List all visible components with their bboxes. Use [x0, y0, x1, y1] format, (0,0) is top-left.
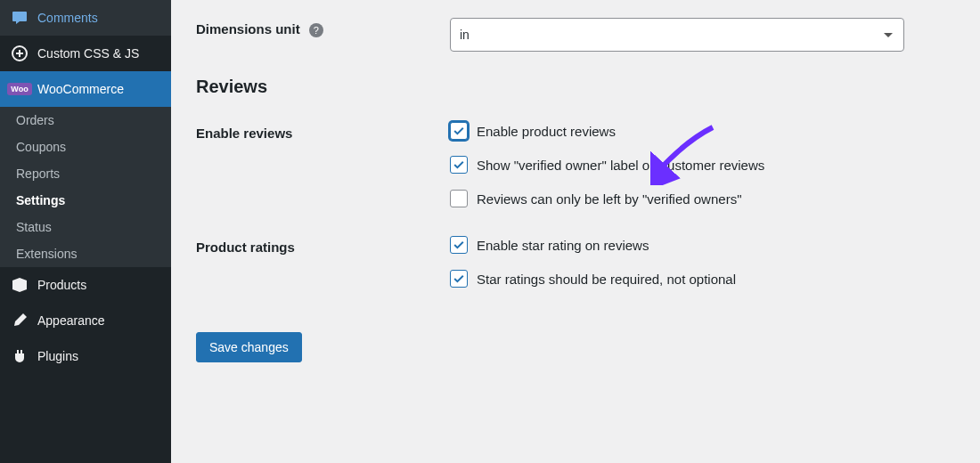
- sidebar-item-label: WooCommerce: [37, 82, 124, 96]
- box-icon: [11, 276, 29, 294]
- check-row: Star ratings should be required, not opt…: [450, 270, 955, 288]
- sidebar-item-label: Products: [37, 278, 86, 292]
- product-ratings-row: Product ratings Enable star rating on re…: [196, 236, 955, 288]
- submenu-item-coupons[interactable]: Coupons: [0, 134, 171, 160]
- checkbox-label: Reviews can only be left by "verified ow…: [477, 191, 741, 207]
- checkbox-label: Star ratings should be required, not opt…: [477, 272, 736, 287]
- product-ratings-label: Product ratings: [196, 236, 450, 255]
- sidebar-item-custom-css-js[interactable]: Custom CSS & JS: [0, 36, 171, 71]
- sidebar-item-label: Appearance: [37, 313, 105, 328]
- dimensions-unit-row: Dimensions unit ? in: [196, 18, 955, 52]
- enable-star-rating-checkbox[interactable]: [450, 236, 468, 254]
- star-ratings-required-checkbox[interactable]: [450, 270, 468, 288]
- enable-product-reviews-checkbox[interactable]: [450, 122, 468, 140]
- plug-icon: [11, 347, 29, 365]
- brush-icon: [11, 312, 29, 329]
- enable-reviews-row: Enable reviews Enable product reviews Sh…: [196, 122, 955, 207]
- settings-content: Dimensions unit ? in Reviews Enable revi…: [171, 0, 980, 463]
- comment-icon: [11, 9, 29, 27]
- submenu-item-orders[interactable]: Orders: [0, 107, 171, 134]
- sidebar-item-label: Comments: [37, 11, 98, 25]
- reviews-heading: Reviews: [196, 77, 955, 97]
- sidebar-item-appearance[interactable]: Appearance: [0, 303, 171, 338]
- submenu-item-status[interactable]: Status: [0, 214, 171, 240]
- check-row: Enable product reviews: [450, 122, 955, 140]
- help-icon[interactable]: ?: [309, 23, 323, 37]
- sidebar-item-products[interactable]: Products: [0, 267, 171, 303]
- checkbox-label: Enable product reviews: [477, 124, 616, 139]
- verified-owners-only-checkbox[interactable]: [450, 190, 468, 207]
- save-changes-button[interactable]: Save changes: [196, 332, 302, 362]
- dimensions-unit-select[interactable]: in: [450, 18, 904, 52]
- sidebar-item-label: Plugins: [37, 349, 78, 363]
- check-row: Show "verified owner" label on customer …: [450, 156, 955, 174]
- sidebar-item-comments[interactable]: Comments: [0, 0, 171, 36]
- verified-owner-label-checkbox[interactable]: [450, 156, 468, 174]
- plus-circle-icon: [11, 45, 29, 62]
- woo-icon: Woo: [11, 80, 29, 98]
- sidebar-submenu: Orders Coupons Reports Settings Status E…: [0, 107, 171, 267]
- sidebar-item-label: Custom CSS & JS: [37, 46, 139, 61]
- submenu-item-settings[interactable]: Settings: [0, 187, 171, 214]
- check-row: Enable star rating on reviews: [450, 236, 955, 254]
- admin-sidebar: Comments Custom CSS & JS Woo WooCommerce…: [0, 0, 171, 463]
- enable-reviews-label: Enable reviews: [196, 122, 450, 141]
- sidebar-item-woocommerce[interactable]: Woo WooCommerce: [0, 71, 171, 107]
- dimensions-unit-label: Dimensions unit ?: [196, 18, 450, 37]
- submenu-item-extensions[interactable]: Extensions: [0, 240, 171, 267]
- checkbox-label: Show "verified owner" label on customer …: [477, 158, 764, 173]
- checkbox-label: Enable star rating on reviews: [477, 238, 649, 253]
- sidebar-item-plugins[interactable]: Plugins: [0, 338, 171, 374]
- submenu-item-reports[interactable]: Reports: [0, 160, 171, 187]
- check-row: Reviews can only be left by "verified ow…: [450, 190, 955, 207]
